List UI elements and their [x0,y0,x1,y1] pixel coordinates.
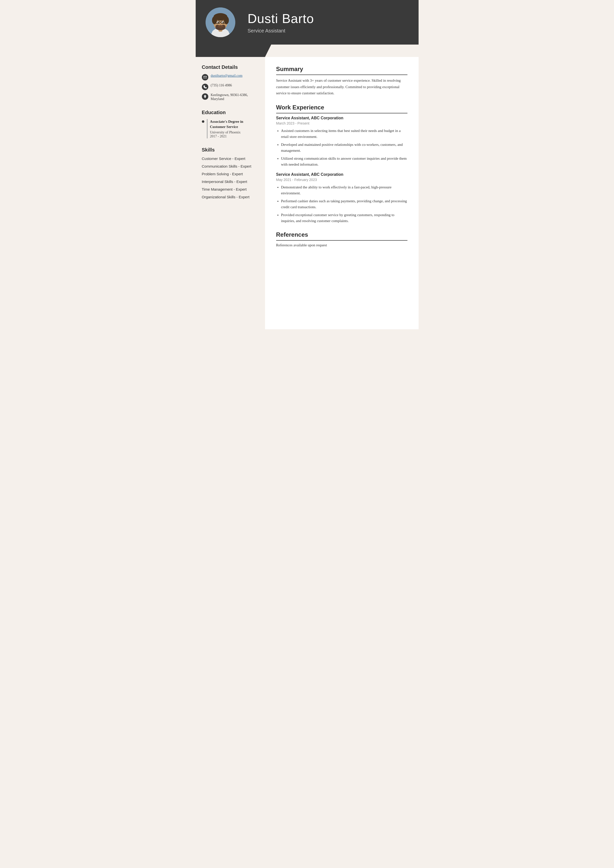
references-title: References [276,231,407,241]
job-1: Service Assistant, ABC Corporation March… [276,116,407,167]
job-1-bullet-3: Utilized strong communication skills to … [281,155,407,167]
avatar [205,8,235,37]
address-text: Keelingtown, 90361-6386, Maryland [211,93,259,101]
contact-email-item: dustibarto@gmail.com [202,74,259,81]
edu-degree: Associate's Degree in Customer Service [210,119,259,130]
contact-phone-item: (735) 116 4986 [202,84,259,90]
skills-section-title: Skills [202,147,259,153]
job-2-bullets: Demonstrated the ability to work effecti… [276,184,407,224]
main-content: Summary Service Assistant with 3+ years … [265,57,418,329]
summary-text: Service Assistant with 3+ years of custo… [276,78,407,96]
main-layout: Contact Details dustibarto@gmail.com (73… [196,57,418,329]
work-experience-section: Work Experience Service Assistant, ABC C… [276,104,407,224]
email-link[interactable]: dustibarto@gmail.com [211,74,242,78]
skill-item-3: Problem Solving - Expert [202,172,259,176]
skill-item-4: Interpersonal Skills - Expert [202,180,259,184]
job-2: Service Assistant, ABC Corporation May 2… [276,172,407,224]
job-2-title: Service Assistant, ABC Corporation [276,172,407,177]
header-title: Service Assistant [248,28,314,34]
job-2-dates: May 2021 - February 2023 [276,178,407,182]
sidebar: Contact Details dustibarto@gmail.com (73… [196,57,265,329]
education-item: Associate's Degree in Customer Service U… [202,119,259,138]
work-experience-title: Work Experience [276,104,407,113]
education-section-title: Education [202,110,259,115]
phone-text: (735) 116 4986 [211,84,232,87]
location-icon [202,93,208,100]
svg-point-11 [222,22,224,23]
header-text-block: Dusti Barto Service Assistant [248,11,314,34]
skill-item-5: Time Management - Expert [202,187,259,191]
diamond-divider [196,45,418,57]
job-2-bullet-2: Performed cashier duties such as taking … [281,198,407,210]
job-2-bullet-3: Provided exceptional customer service by… [281,212,407,224]
education-section: Education Associate's Degree in Customer… [202,110,259,138]
diamond-left [196,45,265,57]
skill-item-6: Organizational Skills - Expert [202,195,259,199]
edu-content: Associate's Degree in Customer Service U… [207,119,259,138]
job-2-bullet-1: Demonstrated the ability to work effecti… [281,184,407,196]
job-1-bullets: Assisted customers in selecting items th… [276,128,407,167]
contact-section: Contact Details dustibarto@gmail.com (73… [202,64,259,101]
edu-school: University of Phoenix [210,130,259,135]
edu-bullet [202,120,204,123]
email-icon [202,74,208,81]
references-section: References References available upon req… [276,231,407,247]
skill-item-1: Customer Service - Expert [202,157,259,161]
summary-title: Summary [276,66,407,75]
job-1-bullet-1: Assisted customers in selecting items th… [281,128,407,140]
skills-section: Skills Customer Service - Expert Communi… [202,147,259,199]
job-1-title: Service Assistant, ABC Corporation [276,116,407,120]
edu-dates: 2017 - 2021 [210,135,259,138]
diamond-right [265,45,418,57]
svg-point-10 [218,22,219,23]
phone-icon [202,84,208,90]
references-text: References available upon request [276,243,407,247]
header-name: Dusti Barto [248,11,314,26]
header: Dusti Barto Service Assistant [196,0,418,45]
job-1-bullet-2: Developed and maintained positive relati… [281,142,407,153]
job-1-dates: March 2023 - Present [276,121,407,125]
skill-item-2: Communication Skills - Expert [202,164,259,168]
contact-address-item: Keelingtown, 90361-6386, Maryland [202,93,259,101]
summary-section: Summary Service Assistant with 3+ years … [276,66,407,96]
contact-section-title: Contact Details [202,64,259,70]
